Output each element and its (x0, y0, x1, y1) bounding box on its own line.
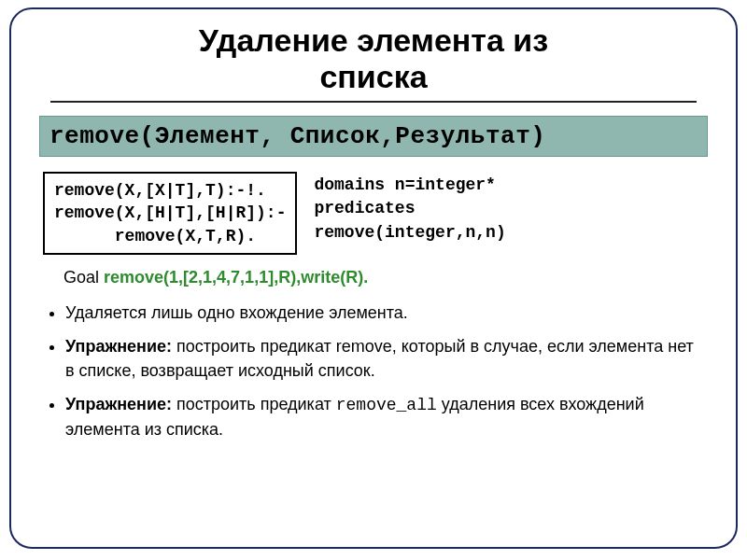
code-row: remove(X,[X|T],T):-!. remove(X,[H|T],[H|… (37, 172, 710, 255)
remove-all-code: remove_all (336, 396, 437, 414)
list-item: Упражнение: построить предикат remove, к… (65, 334, 704, 383)
predicate-signature: remove(Элемент, Список,Результат) (49, 122, 545, 150)
note-1-text: Удаляется лишь одно вхождение элемента. (65, 303, 408, 322)
notes-list: Удаляется лишь одно вхождение элемента. … (43, 301, 704, 441)
predicate-signature-bar: remove(Элемент, Список,Результат) (39, 116, 708, 157)
code-rules-box: remove(X,[X|T],T):-!. remove(X,[H|T],[H|… (43, 172, 297, 255)
goal-line: Goal remove(1,[2,1,4,7,1,1],R),write(R). (63, 268, 710, 287)
title-divider (50, 101, 697, 103)
title-line-1: Удаление элемента из (199, 22, 548, 58)
declarations-block: domains n=integer* predicates remove(int… (314, 172, 505, 245)
exercise-label: Упражнение: (65, 395, 172, 413)
slide-frame: Удаление элемента из списка remove(Элеме… (9, 7, 738, 549)
exercise-2-text-a: построить предикат (172, 395, 336, 413)
goal-code: remove(1,[2,1,4,7,1,1],R),write(R). (104, 268, 368, 287)
slide-title: Удаление элемента из списка (37, 22, 710, 95)
title-line-2: списка (319, 59, 427, 94)
exercise-label: Упражнение: (65, 337, 172, 356)
goal-label: Goal (63, 268, 104, 287)
list-item: Удаляется лишь одно вхождение элемента. (65, 301, 704, 325)
list-item: Упражнение: построить предикат remove_al… (65, 392, 704, 441)
